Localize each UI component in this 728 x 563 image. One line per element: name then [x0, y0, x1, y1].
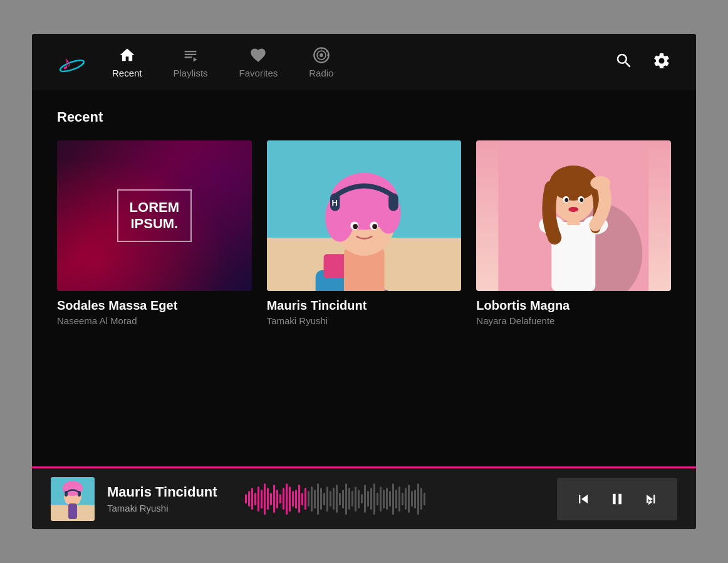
svg-point-39: [569, 207, 579, 212]
nav-label-favorites: Favorites: [239, 68, 278, 78]
nav-label-recent: Recent: [112, 68, 142, 78]
svg-rect-44: [68, 503, 77, 519]
lorem-text-2: IPSUM.: [130, 216, 179, 232]
nav-item-radio[interactable]: Radio: [309, 46, 333, 78]
nav-items: Recent Playlists Favorites: [112, 46, 615, 78]
gear-icon: [652, 51, 671, 70]
girl-headphones-svg: H: [267, 140, 462, 291]
prev-button[interactable]: [569, 485, 597, 513]
player-waveform: [245, 480, 532, 518]
main-content: Recent LOREM IPSUM. Sodales Massa Eget N…: [32, 90, 696, 466]
card-image-3: [476, 140, 671, 291]
favorites-icon: [249, 46, 267, 64]
card-artist-3: Nayara Delafuente: [476, 315, 671, 326]
player-thumbnail: [51, 477, 95, 521]
pause-icon: [608, 490, 626, 508]
card-image-1: LOREM IPSUM.: [57, 140, 252, 291]
next-icon: [642, 490, 660, 508]
search-button[interactable]: [615, 51, 633, 73]
nav-item-recent[interactable]: Recent: [112, 46, 142, 78]
svg-line-6: [326, 51, 327, 52]
nav-item-favorites[interactable]: Favorites: [239, 46, 278, 78]
next-button[interactable]: [637, 485, 665, 513]
card-title-1: Sodales Massa Eget: [57, 298, 252, 313]
nav-label-playlists: Playlists: [174, 68, 208, 78]
radio-icon: [313, 46, 330, 64]
card-artist-1: Naseema Al Morad: [57, 315, 252, 326]
nav-label-radio: Radio: [309, 68, 333, 78]
player-bar: Mauris Tincidunt Tamaki Ryushi: [32, 466, 696, 529]
lorem-box: LOREM IPSUM.: [117, 189, 192, 243]
nav-item-playlists[interactable]: Playlists: [174, 46, 208, 78]
girl-pink-svg: [476, 140, 671, 291]
svg-point-4: [320, 53, 323, 57]
section-title: Recent: [57, 109, 671, 125]
card-1[interactable]: LOREM IPSUM. Sodales Massa Eget Naseema …: [57, 140, 252, 326]
pause-button[interactable]: [603, 485, 631, 513]
settings-button[interactable]: [652, 51, 671, 73]
nav-actions: [615, 51, 671, 73]
card-2[interactable]: H Mauris Tincidunt Tamaki Ryushi: [267, 140, 462, 326]
search-icon: [615, 51, 633, 70]
card-title-3: Lobortis Magna: [476, 298, 671, 313]
svg-text:H: H: [331, 198, 337, 208]
home-icon: [118, 46, 136, 64]
app-container: ♪ Recent Playlists: [32, 34, 696, 529]
cards-grid: LOREM IPSUM. Sodales Massa Eget Naseema …: [57, 140, 671, 326]
player-info: Mauris Tincidunt Tamaki Ryushi: [107, 484, 220, 513]
prev-icon: [575, 490, 592, 508]
svg-text:♪: ♪: [62, 53, 71, 73]
player-artist: Tamaki Ryushi: [107, 503, 220, 513]
svg-point-24: [353, 224, 358, 229]
svg-point-37: [565, 198, 569, 202]
card-artist-2: Tamaki Ryushi: [267, 315, 462, 326]
app-logo[interactable]: ♪: [57, 47, 87, 77]
lorem-text-1: LOREM: [130, 199, 179, 216]
player-controls: [557, 478, 677, 520]
svg-point-38: [580, 198, 584, 202]
top-nav: ♪ Recent Playlists: [32, 34, 696, 90]
svg-point-25: [372, 224, 377, 229]
playlists-icon: [182, 46, 199, 64]
card-image-2: H: [267, 140, 462, 291]
svg-point-34: [591, 176, 611, 190]
card-3[interactable]: Lobortis Magna Nayara Delafuente: [476, 140, 671, 326]
card-title-2: Mauris Tincidunt: [267, 298, 462, 313]
player-title: Mauris Tincidunt: [107, 484, 220, 500]
